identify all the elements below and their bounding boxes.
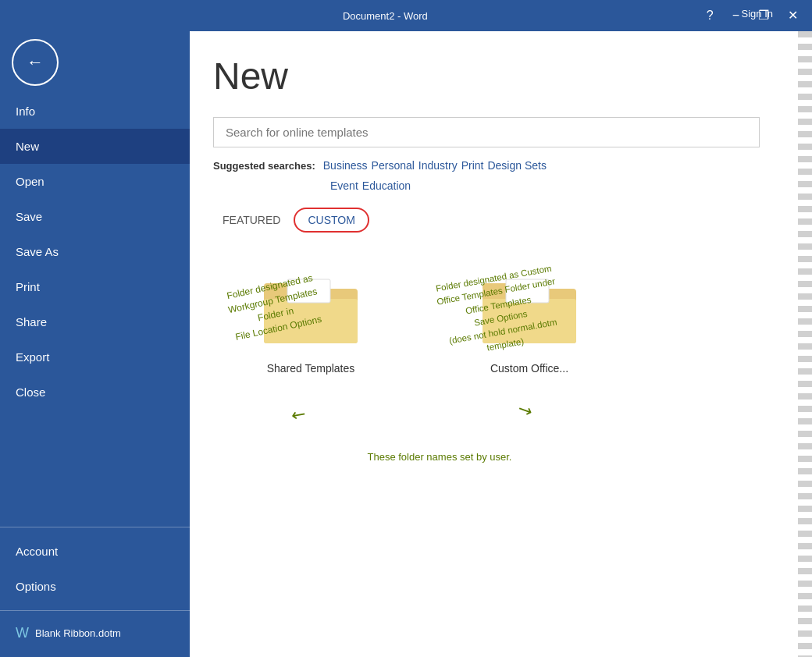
search-input[interactable] [213, 117, 760, 147]
shared-templates-folder[interactable]: Shared Templates [260, 272, 361, 375]
bottom-annotation: These folder names set by user. [322, 451, 557, 463]
sidebar-item-close[interactable]: Close [0, 375, 190, 410]
help-button[interactable]: ? [700, 8, 720, 23]
svg-rect-7 [506, 279, 549, 303]
sidebar-nav: Info New Open Save Save As Print Share E… [0, 94, 190, 410]
nav-divider-1 [0, 527, 190, 527]
sidebar-item-save[interactable]: Save [0, 199, 190, 234]
close-button[interactable]: ✕ [782, 8, 804, 23]
sidebar-item-options[interactable]: Options [0, 569, 190, 604]
templates-area: Shared Templates Folder designated asWor… [213, 256, 789, 529]
svg-rect-6 [483, 299, 576, 343]
torn-edge [798, 31, 812, 657]
page-title: New [213, 55, 789, 98]
nav-divider-2 [0, 610, 190, 611]
tab-custom[interactable]: CUSTOM [294, 208, 369, 233]
title-bar: Document2 - Word ? − ❐ ✕ [0, 0, 812, 31]
arrow-right: ↘ [514, 398, 535, 422]
tab-featured[interactable]: FEATURED [213, 209, 290, 231]
arrow-left: ↙ [287, 402, 310, 427]
custom-office-label: Custom Office... [479, 362, 580, 375]
sidebar-item-account[interactable]: Account [0, 534, 190, 569]
sidebar-item-new[interactable]: New [0, 129, 190, 164]
recent-file-label: Blank Ribbon.dotm [35, 627, 121, 639]
custom-office-folder[interactable]: Custom Office... [479, 272, 580, 375]
app-layout: ← Info New Open Save Save As Print Share… [0, 31, 812, 657]
folder-icon-custom [479, 272, 580, 350]
sidebar-item-info[interactable]: Info [0, 94, 190, 129]
folder-icon-shared [260, 272, 361, 350]
svg-rect-2 [264, 299, 358, 343]
word-icon: W [16, 625, 29, 641]
sidebar-item-open[interactable]: Open [0, 164, 190, 199]
sidebar-item-save-as[interactable]: Save As [0, 234, 190, 269]
title-bar-title: Document2 - Word [70, 10, 700, 22]
sidebar-item-share[interactable]: Share [0, 304, 190, 339]
suggested-label: Suggested searches: [213, 160, 315, 172]
svg-rect-3 [287, 279, 330, 303]
sidebar-item-export[interactable]: Export [0, 339, 190, 375]
back-button[interactable]: ← [12, 39, 59, 86]
sidebar-item-print[interactable]: Print [0, 269, 190, 304]
recent-file-item[interactable]: W Blank Ribbon.dotm [0, 617, 190, 649]
sidebar-bottom: Account Options W Blank Ribbon.dotm [0, 520, 190, 657]
sidebar: ← Info New Open Save Save As Print Share… [0, 31, 190, 657]
suggested-searches: Suggested searches:BusinessPersonalIndus… [213, 159, 789, 192]
main-content: New Suggested searches:BusinessPersonalI… [190, 31, 812, 657]
shared-templates-label: Shared Templates [260, 362, 361, 375]
signin-link[interactable]: Sign In [742, 8, 773, 20]
tabs-row: FEATURED CUSTOM [213, 208, 789, 233]
